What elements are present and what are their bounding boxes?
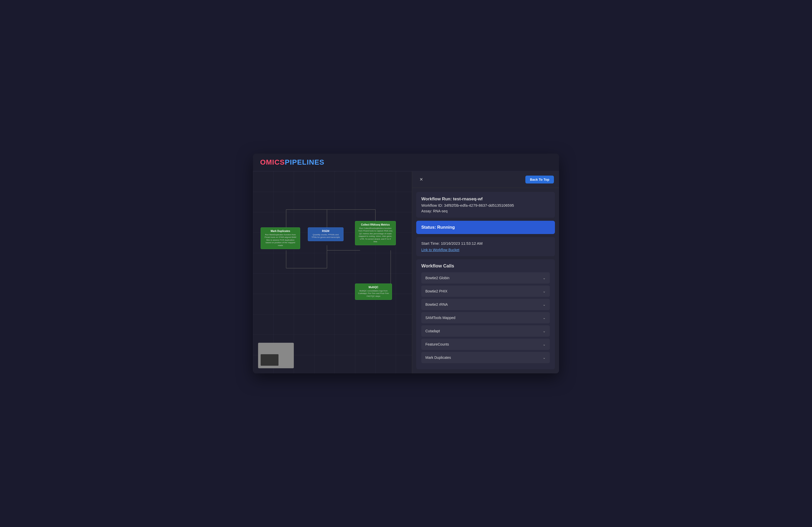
bucket-link[interactable]: Link to Workflow Bucket — [421, 248, 459, 252]
info-body: Workflow Run: test-rnaseq-wf Workflow ID… — [412, 188, 559, 373]
info-panel: × Back To Top Workflow Run: test-rnaseq-… — [412, 171, 559, 373]
call-item-label: FeatureCounts — [425, 342, 449, 346]
workflow-calls-title: Workflow Calls — [421, 264, 550, 269]
workflow-run-label: Workflow Run: test-rnaseq-wf — [421, 197, 550, 202]
chevron-down-icon: ⌄ — [543, 356, 546, 360]
workflow-id-label: Workflow ID: 34f92f3b-edfa-4279-8637-dd5… — [421, 203, 550, 208]
call-item-label: Bowtie2 rRNA — [425, 302, 448, 307]
node-rsem-title: RSEM — [310, 230, 341, 232]
workflow-calls-card: Workflow Calls Bowtie2 Globin ⌄ Bowtie2 … — [416, 259, 555, 369]
top-bar: OMICSPIPELINES — [253, 154, 559, 171]
workflow-assay-label: Assay: RNA-seq — [421, 209, 550, 213]
minimap — [258, 343, 294, 368]
pipeline-canvas: Mark Duplicates Run MarkDuplicates funct… — [253, 171, 412, 373]
node-rsem[interactable]: RSEM Quantify counts, FPKMs and TPMs for… — [308, 227, 344, 241]
node-mark-duplicates-title: Mark Duplicates — [263, 230, 298, 232]
call-item-label: Cutadapt — [425, 329, 440, 333]
back-to-top-button[interactable]: Back To Top — [525, 175, 554, 184]
chevron-down-icon: ⌄ — [543, 329, 546, 333]
chevron-down-icon: ⌄ — [543, 302, 546, 307]
call-item[interactable]: Bowtie2 PHIX ⌄ — [421, 286, 550, 297]
node-multiqc[interactable]: MultiQC MultiQC consolidates logs from C… — [355, 284, 392, 300]
close-icon: × — [420, 176, 423, 183]
info-header: × Back To Top — [412, 171, 559, 188]
status-card: Status: Running — [416, 221, 555, 234]
node-rsem-desc: Quantify counts, FPKMs and TPMs for gene… — [310, 233, 341, 239]
main-content: Mark Duplicates Run MarkDuplicates funct… — [253, 171, 559, 373]
minimap-viewport — [261, 354, 278, 366]
call-item-label: Bowtie2 PHIX — [425, 289, 447, 293]
close-button[interactable]: × — [417, 175, 425, 184]
chevron-down-icon: ⌄ — [543, 289, 546, 293]
call-item[interactable]: Cutadapt ⌄ — [421, 325, 550, 337]
node-collect-desc: Run CollectRnaSeqMetrics function from P… — [358, 227, 393, 243]
node-mark-duplicates[interactable]: Mark Duplicates Run MarkDuplicates funct… — [261, 227, 300, 249]
node-multiqc-desc: MultiQC consolidates logs from CutAdapt,… — [358, 290, 389, 298]
call-item[interactable]: FeatureCounts ⌄ — [421, 339, 550, 350]
node-collect-title: Collect RNAseq Metrics — [358, 223, 393, 226]
node-multiqc-title: MultiQC — [358, 286, 389, 289]
node-collect-rnaseq-metrics[interactable]: Collect RNAseq Metrics Run CollectRnaSeq… — [355, 221, 396, 245]
logo: OMICSPIPELINES — [260, 158, 324, 167]
call-item[interactable]: Bowtie2 rRNA ⌄ — [421, 299, 550, 310]
call-item-label: SAMTools Mapped — [425, 316, 455, 320]
call-item-label: Bowtie2 Globin — [425, 276, 449, 280]
call-items-list: Bowtie2 Globin ⌄ Bowtie2 PHIX ⌄ Bowtie2 … — [421, 272, 550, 363]
call-item-label: Mark Duplicates — [425, 356, 451, 360]
call-item[interactable]: Mark Duplicates ⌄ — [421, 352, 550, 363]
call-item[interactable]: SAMTools Mapped ⌄ — [421, 312, 550, 323]
call-item[interactable]: Bowtie2 Globin ⌄ — [421, 272, 550, 284]
logo-omics: OMICS — [260, 158, 285, 166]
workflow-meta-card: Workflow Run: test-rnaseq-wf Workflow ID… — [416, 192, 555, 218]
logo-pipelines: PIPELINES — [285, 158, 324, 166]
app-window: OMICSPIPELINES — [253, 154, 559, 373]
chevron-down-icon: ⌄ — [543, 276, 546, 280]
pipeline-panel: Mark Duplicates Run MarkDuplicates funct… — [253, 171, 412, 373]
timing-card: Start Time: 10/16/2023 11:53:12 AM Link … — [416, 237, 555, 256]
chevron-down-icon: ⌄ — [543, 342, 546, 346]
start-time-label: Start Time: 10/16/2023 11:53:12 AM — [421, 241, 550, 245]
chevron-down-icon: ⌄ — [543, 316, 546, 320]
node-mark-duplicates-desc: Run MarkDuplicates function from Picard … — [263, 233, 298, 247]
status-label: Status: Running — [421, 225, 550, 230]
